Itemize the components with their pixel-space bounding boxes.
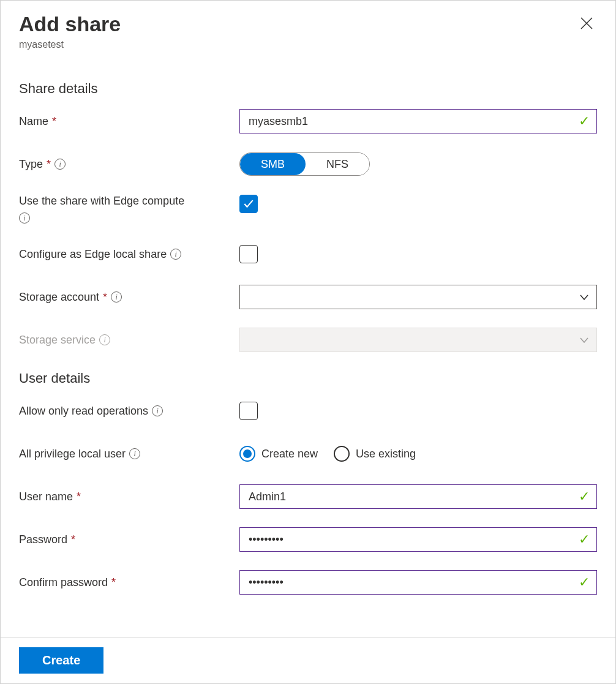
type-option-smb[interactable]: SMB [240, 153, 306, 175]
chevron-down-icon [579, 292, 589, 302]
info-icon[interactable]: i [170, 249, 181, 260]
info-icon[interactable]: i [19, 212, 30, 224]
priv-user-label: All privilege local user [19, 448, 126, 460]
priv-user-create-new[interactable]: Create new [239, 446, 318, 462]
info-icon[interactable]: i [54, 159, 66, 170]
password-input[interactable] [239, 527, 597, 552]
edge-compute-label: Use the share with Edge compute [19, 195, 184, 208]
read-only-label: Allow only read operations [19, 405, 148, 418]
chevron-down-icon [579, 335, 589, 345]
confirm-password-label: Confirm password [19, 576, 108, 589]
edge-local-label: Configure as Edge local share [19, 248, 167, 261]
confirm-password-input[interactable] [239, 570, 597, 595]
radio-label: Use existing [356, 448, 416, 460]
type-option-nfs[interactable]: NFS [306, 153, 369, 175]
page-title: Add share [19, 13, 121, 36]
read-only-checkbox[interactable] [239, 402, 258, 420]
storage-service-dropdown [239, 328, 597, 352]
type-label: Type [19, 158, 43, 171]
username-label: User name [19, 490, 73, 503]
required-indicator: * [103, 291, 107, 304]
edge-compute-checkbox[interactable] [239, 195, 258, 213]
required-indicator: * [52, 115, 56, 128]
edge-local-checkbox[interactable] [239, 245, 258, 263]
info-icon[interactable]: i [152, 405, 163, 416]
info-icon: i [99, 334, 110, 345]
name-label: Name [19, 115, 48, 128]
create-button[interactable]: Create [19, 647, 103, 674]
info-icon[interactable]: i [129, 448, 140, 459]
storage-account-label: Storage account [19, 291, 99, 304]
required-indicator: * [77, 490, 81, 503]
password-label: Password [19, 533, 67, 546]
info-icon[interactable]: i [111, 291, 122, 303]
check-icon [242, 198, 255, 210]
required-indicator: * [111, 576, 116, 589]
storage-service-label: Storage service [19, 334, 96, 347]
type-toggle[interactable]: SMB NFS [239, 152, 370, 176]
radio-label: Create new [261, 448, 318, 460]
username-input[interactable] [239, 484, 597, 509]
page-subtitle: myasetest [19, 39, 121, 50]
close-button[interactable] [576, 13, 597, 36]
close-icon [580, 17, 593, 30]
section-user-details: User details [19, 370, 597, 386]
required-indicator: * [47, 158, 51, 171]
required-indicator: * [71, 533, 75, 546]
section-share-details: Share details [19, 81, 597, 97]
name-input[interactable] [239, 109, 597, 133]
priv-user-use-existing[interactable]: Use existing [334, 446, 416, 462]
storage-account-dropdown[interactable] [239, 285, 597, 309]
